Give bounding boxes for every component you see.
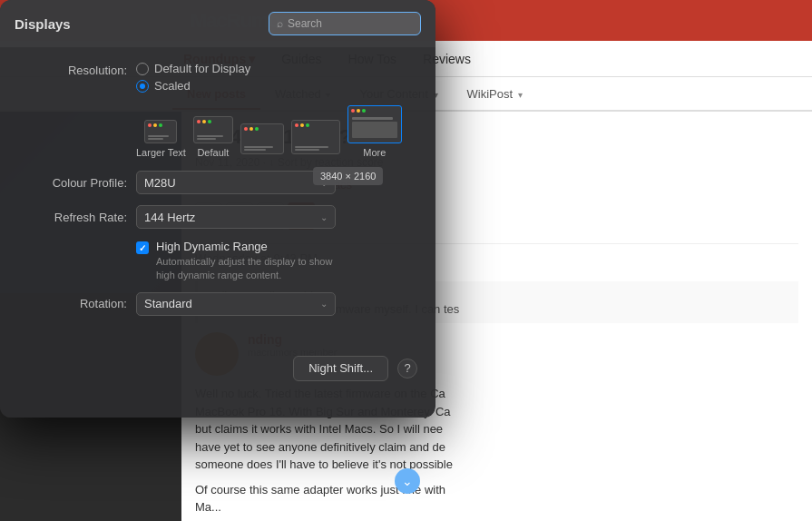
thumb-label-default: Default (197, 147, 229, 158)
thumb-medium[interactable] (240, 123, 284, 158)
colour-profile-label: Colour Profile: (18, 176, 127, 190)
radio-dot-default (136, 63, 149, 75)
thumb-label-more: More (363, 147, 386, 158)
thumb-default[interactable]: Default (193, 116, 233, 158)
rotation-label: Rotation: (18, 297, 127, 310)
help-button[interactable]: ? (397, 359, 417, 378)
panel-content: Resolution: Default for Display Scaled (0, 47, 435, 341)
resolution-tooltip: 3840 × 2160 (313, 167, 383, 185)
night-shift-button[interactable]: Night Shift... (293, 356, 388, 381)
chevron-down-icon: ⌄ (320, 299, 328, 309)
rotation-row: Rotation: Standard ⌄ (18, 292, 417, 316)
thumb-more[interactable]: More (347, 105, 402, 158)
rotation-dropdown[interactable]: Standard ⌄ (136, 292, 336, 316)
thumb-label-larger-text: Larger Text (136, 147, 186, 158)
colour-profile-dropdown[interactable]: M28U ⌄ (136, 171, 336, 194)
resolution-option-default[interactable]: Default for Display (136, 62, 250, 75)
search-input[interactable] (288, 17, 413, 30)
tab-wikipost[interactable]: WikiPost ▾ (453, 80, 537, 110)
displays-panel: Displays ⌕ Resolution: Default for Displ… (0, 0, 435, 418)
post-body-2: Of course this same adapter works just f… (195, 481, 798, 516)
radio-dot-scaled (136, 80, 149, 93)
search-icon: ⌕ (277, 17, 283, 30)
resolution-thumbnails: Larger Text Default (18, 105, 417, 158)
resolution-option-scaled[interactable]: Scaled (136, 79, 250, 93)
thumb-larger-text[interactable]: Larger Text (136, 120, 186, 158)
resolution-radio-group: Default for Display Scaled (136, 62, 250, 93)
hdr-description: Automatically adjust the display to show… (156, 255, 332, 283)
hdr-label: High Dynamic Range (156, 240, 332, 253)
refresh-rate-row: Refresh Rate: 144 Hertz ⌄ (18, 205, 417, 229)
panel-titlebar: Displays ⌕ (0, 0, 435, 47)
chevron-down-icon: ⌄ (320, 212, 328, 222)
resolution-label: Resolution: (18, 62, 127, 77)
resolution-row: Resolution: Default for Display Scaled (18, 62, 417, 93)
refresh-rate-dropdown[interactable]: 144 Hertz ⌄ (136, 205, 336, 229)
panel-bottom: Night Shift... ? (0, 345, 435, 392)
thumb-medium2[interactable] (291, 120, 340, 158)
search-box[interactable]: ⌕ (269, 12, 421, 35)
panel-title: Displays (15, 16, 71, 32)
hdr-checkbox[interactable] (136, 241, 149, 254)
hdr-row: High Dynamic Range Automatically adjust … (18, 240, 417, 283)
chevron-down-icon[interactable]: ⌄ (395, 468, 420, 494)
refresh-rate-label: Refresh Rate: (18, 211, 127, 224)
